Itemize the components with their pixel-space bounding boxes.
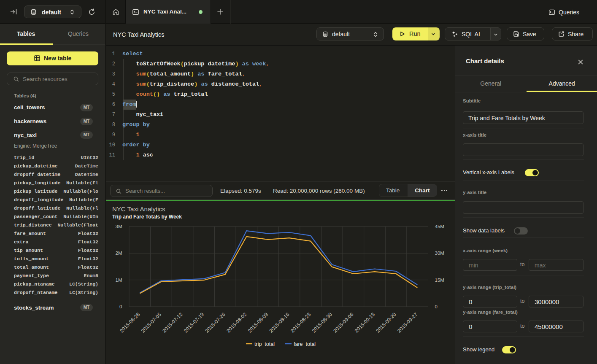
svg-text:0: 0 bbox=[119, 304, 122, 309]
svg-text:2015-08-09: 2015-08-09 bbox=[247, 311, 270, 334]
svg-text:2015-06-28: 2015-06-28 bbox=[119, 311, 141, 334]
svg-text:2015-09-27: 2015-09-27 bbox=[396, 311, 419, 334]
svg-text:2015-09-06: 2015-09-06 bbox=[332, 311, 355, 334]
svg-text:30M: 30M bbox=[435, 251, 444, 256]
svg-text:fare_total: fare_total bbox=[294, 341, 316, 347]
svg-text:2015-07-19: 2015-07-19 bbox=[183, 311, 205, 334]
svg-text:2015-08-02: 2015-08-02 bbox=[225, 311, 248, 334]
svg-text:1M: 1M bbox=[116, 278, 122, 283]
svg-text:2015-07-12: 2015-07-12 bbox=[161, 311, 184, 334]
svg-text:15M: 15M bbox=[435, 278, 444, 283]
svg-text:2015-08-30: 2015-08-30 bbox=[311, 311, 334, 334]
svg-text:45M: 45M bbox=[435, 224, 444, 229]
svg-text:2015-07-05: 2015-07-05 bbox=[140, 311, 163, 334]
svg-text:3M: 3M bbox=[116, 224, 122, 229]
svg-text:2015-09-13: 2015-09-13 bbox=[354, 311, 376, 334]
svg-text:trip_total: trip_total bbox=[254, 341, 275, 347]
svg-text:2015-07-26: 2015-07-26 bbox=[204, 311, 227, 334]
svg-text:2015-08-16: 2015-08-16 bbox=[268, 311, 291, 334]
svg-text:0: 0 bbox=[435, 304, 438, 309]
svg-text:2015-09-20: 2015-09-20 bbox=[375, 311, 397, 334]
svg-text:2015-08-23: 2015-08-23 bbox=[289, 311, 312, 334]
svg-text:2M: 2M bbox=[116, 251, 122, 256]
